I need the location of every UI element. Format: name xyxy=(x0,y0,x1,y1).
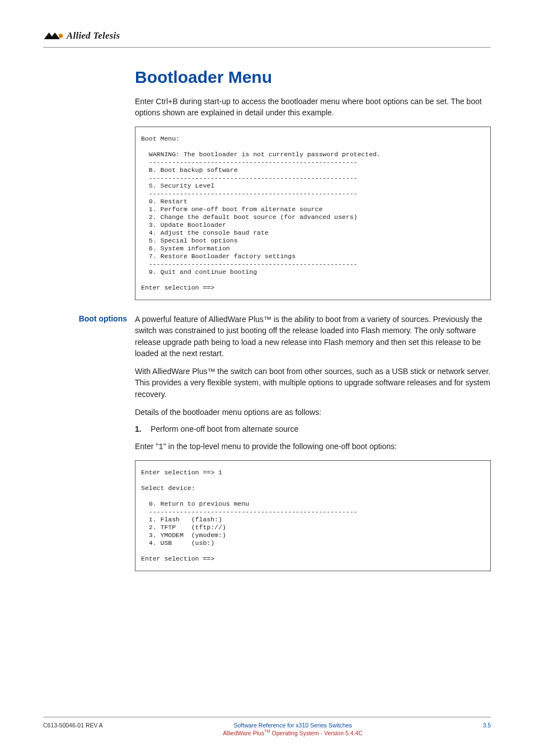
p4-mono: 1 xyxy=(158,442,163,451)
boot-options-label: Boot options xyxy=(43,314,127,323)
boot-options-p2: With AlliedWare Plus™ the switch can boo… xyxy=(135,366,491,400)
select-device-console: Enter selection ==> 1 Select device: 0. … xyxy=(135,460,491,571)
p4-a: Enter " xyxy=(135,442,158,451)
tm-icon: TM xyxy=(264,729,270,734)
footer-pagenum: 3.5 xyxy=(483,722,491,729)
page-title: Bootloader Menu xyxy=(135,68,491,87)
footer-docid: C613-50046-01 REV A xyxy=(43,722,103,729)
brand-logo-icon xyxy=(43,31,63,40)
boot-options-p1: A powerful feature of AlliedWare Plus™ i… xyxy=(135,314,491,359)
boot-menu-console: Boot Menu: WARNING: The bootloader is no… xyxy=(135,127,491,300)
page-footer: C613-50046-01 REV A Software Reference f… xyxy=(43,717,491,736)
footer-ref: Software Reference for x310 Series Switc… xyxy=(103,722,483,729)
step-1-num: 1. xyxy=(135,423,148,435)
footer-os-a: AlliedWare Plus xyxy=(223,729,264,736)
intro-paragraph: Enter Ctrl+B during start-up to access t… xyxy=(135,96,491,119)
footer-divider xyxy=(43,717,491,717)
step-1-text: Perform one-off boot from alternate sour… xyxy=(151,424,298,433)
boot-options-p3: Details of the bootloader menu options a… xyxy=(135,407,491,418)
p4-b: " in the top-level menu to provide the f… xyxy=(163,442,397,451)
boot-options-p4: Enter "1" in the top-level menu to provi… xyxy=(135,441,491,452)
footer-os: AlliedWare PlusTM Operating System - Ver… xyxy=(103,729,483,736)
svg-point-2 xyxy=(59,34,63,38)
boot-options-steps: 1. Perform one-off boot from alternate s… xyxy=(135,423,491,435)
brand-header: Allied Telesis xyxy=(43,30,491,41)
footer-os-b: Operating System - Version 5.4.4C xyxy=(270,729,363,736)
step-1: 1. Perform one-off boot from alternate s… xyxy=(135,423,491,435)
brand-name: Allied Telesis xyxy=(67,30,120,41)
